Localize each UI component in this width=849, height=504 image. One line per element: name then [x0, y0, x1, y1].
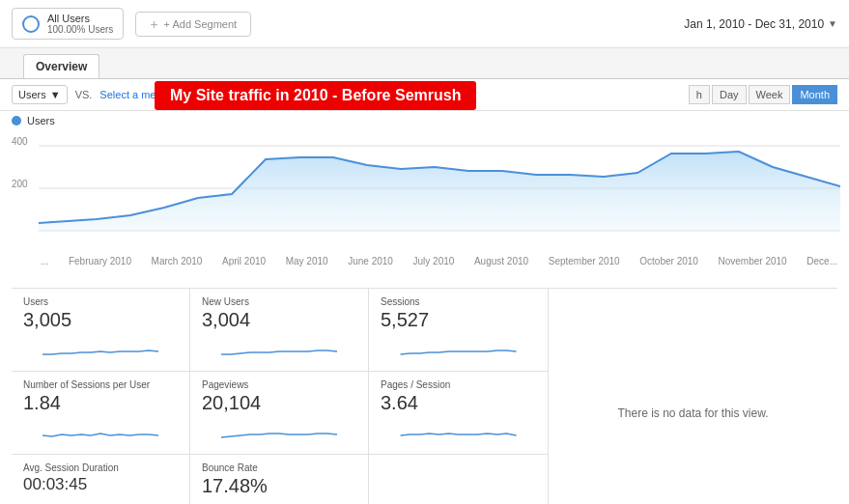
chart-svg-wrapper: 400 200 [12, 128, 837, 254]
mini-chart-bounce-rate [202, 499, 356, 504]
date-range[interactable]: Jan 1, 2010 - Dec 31, 2010 ▼ [684, 17, 837, 31]
no-data-panel: There is no data for this view. [548, 288, 837, 504]
x-label-7: August 2010 [474, 256, 528, 266]
stat-pageviews: Pageviews 20,104 [190, 372, 369, 455]
chart-x-labels: ... February 2010 March 2010 April 2010 … [12, 254, 837, 266]
mini-chart-pageviews [202, 416, 356, 443]
stat-pageviews-value: 20,104 [202, 392, 356, 414]
no-data-text: There is no data for this view. [617, 406, 768, 420]
chart-area: Users 400 200 ... February 2010 [0, 111, 849, 280]
stat-bounce-rate-value: 17.48% [202, 475, 356, 497]
time-btn-month[interactable]: Month [792, 85, 837, 104]
segment-circle-icon [22, 15, 40, 33]
stat-avg-duration-label: Avg. Session Duration [23, 462, 178, 473]
stat-sessions-per-user-value: 1.84 [23, 392, 178, 414]
metric-dropdown-icon: ▼ [50, 89, 61, 100]
time-btn-h[interactable]: h [689, 85, 710, 104]
y-label-200: 200 [12, 179, 28, 189]
all-users-segment[interactable]: All Users 100.00% Users [12, 8, 124, 40]
tab-overview[interactable]: Overview [23, 54, 99, 78]
x-label-11: Dece... [807, 256, 837, 266]
chart-svg [39, 128, 840, 252]
metric-select[interactable]: Users ▼ [12, 85, 68, 104]
x-label-4: May 2010 [286, 256, 328, 266]
stat-users: Users 3,005 [12, 289, 190, 372]
metric-label: Users [18, 89, 46, 100]
stats-section: Users 3,005 New Users 3,004 Sessions 5,5… [0, 280, 849, 504]
x-label-0: ... [41, 256, 48, 266]
x-label-5: June 2010 [348, 256, 393, 266]
banner: My Site traffic in 2010 - Before Semrush [155, 81, 476, 110]
legend-dot-users [12, 116, 21, 126]
stat-new-users-value: 3,004 [202, 309, 356, 331]
mini-chart-sessions-per-user [23, 416, 178, 443]
stat-new-users: New Users 3,004 [190, 289, 369, 372]
chart-legend-label: Users [27, 115, 55, 126]
x-label-6: July 2010 [413, 256, 455, 266]
stat-pages-per-session-label: Pages / Session [381, 379, 536, 390]
stat-sessions-per-user-label: Number of Sessions per User [23, 379, 178, 390]
stat-sessions-value: 5,527 [381, 309, 536, 331]
time-btn-week[interactable]: Week [749, 85, 791, 104]
stat-avg-duration-value: 00:03:45 [23, 475, 178, 494]
time-btn-day[interactable]: Day [712, 85, 747, 104]
stat-pageviews-label: Pageviews [202, 379, 356, 390]
stat-bounce-rate-label: Bounce Rate [202, 462, 356, 473]
time-controls: h Day Week Month [689, 85, 837, 104]
stat-pages-per-session-value: 3.64 [381, 392, 536, 414]
x-label-10: November 2010 [719, 256, 787, 266]
segment-left: All Users 100.00% Users + + Add Segment [12, 8, 251, 40]
add-segment-label: + Add Segment [164, 18, 238, 30]
all-users-pct: 100.00% Users [47, 24, 113, 35]
stat-sessions-label: Sessions [381, 296, 536, 307]
stats-grid: Users 3,005 New Users 3,004 Sessions 5,5… [12, 288, 548, 504]
plus-icon: + [150, 16, 157, 32]
x-label-3: April 2010 [222, 256, 266, 266]
y-label-400: 400 [12, 136, 28, 147]
stat-users-value: 3,005 [23, 309, 178, 331]
stat-pages-per-session: Pages / Session 3.64 [369, 372, 548, 455]
date-range-arrow-icon: ▼ [828, 18, 837, 29]
stat-avg-session-duration: Avg. Session Duration 00:03:45 [12, 455, 190, 504]
controls-row: Users ▼ VS. Select a metric My Site traf… [0, 79, 849, 111]
stat-sessions: Sessions 5,527 [369, 289, 548, 372]
stat-empty [369, 455, 548, 504]
stat-users-label: Users [23, 296, 178, 307]
date-range-text: Jan 1, 2010 - Dec 31, 2010 [684, 17, 824, 31]
mini-chart-avg-duration [23, 496, 178, 504]
x-label-8: September 2010 [549, 256, 620, 266]
svg-marker-3 [39, 152, 840, 231]
mini-chart-new-users [202, 333, 356, 360]
top-bar: All Users 100.00% Users + + Add Segment … [0, 0, 849, 48]
mini-chart-sessions [381, 333, 536, 360]
stat-new-users-label: New Users [202, 296, 356, 307]
stat-sessions-per-user: Number of Sessions per User 1.84 [12, 372, 190, 455]
chart-legend: Users [12, 115, 837, 126]
add-segment-button[interactable]: + + Add Segment [135, 12, 251, 37]
mini-chart-users [23, 333, 178, 360]
vs-text: VS. [75, 89, 93, 100]
x-label-1: February 2010 [69, 256, 131, 266]
x-label-2: March 2010 [152, 256, 203, 266]
stat-bounce-rate: Bounce Rate 17.48% [190, 455, 369, 504]
tab-bar: Overview [0, 48, 849, 79]
mini-chart-pages-per-session [381, 416, 536, 443]
all-users-label: All Users [47, 13, 113, 24]
x-label-9: October 2010 [639, 256, 698, 266]
